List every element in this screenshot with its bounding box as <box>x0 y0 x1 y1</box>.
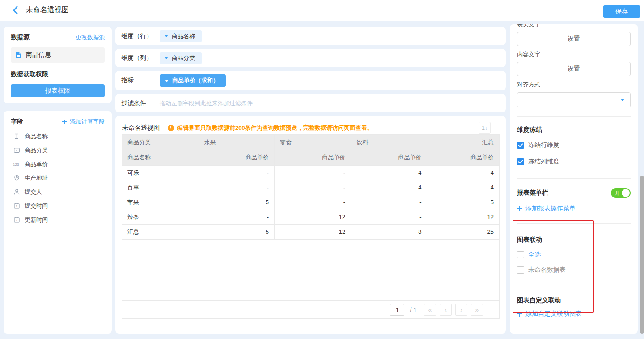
freeze-section-title: 维度冻结 <box>517 126 631 134</box>
table-header-row: 商品分类 水果 零食 饮料 汇总 <box>122 135 499 150</box>
checkbox-unchecked-icon[interactable] <box>517 251 524 258</box>
fields-list: 商品名称 商品分类 123 商品单价 生产地址 提交人 7 提交时间 7 更新时… <box>11 129 105 227</box>
align-select[interactable] <box>517 92 631 107</box>
checkbox-label[interactable]: 全选 <box>528 251 541 259</box>
row-dimension-chip[interactable]: 商品名称 <box>160 30 202 42</box>
filter-dropzone-placeholder: 拖动左侧字段到此处来添加过滤条件 <box>160 99 253 107</box>
preview-panel: 未命名透视图 编辑界面只取数据源前200条作为查询数据预览，完整数据请访问页面查… <box>115 116 506 334</box>
header-text-label: 表头文字 <box>517 24 631 29</box>
metric-chip[interactable]: 商品单价（求和） <box>160 74 226 87</box>
location-icon <box>13 175 20 182</box>
save-button[interactable]: 保存 <box>603 5 640 18</box>
checkbox-label: 冻结行维度 <box>528 141 559 149</box>
field-item[interactable]: 123 商品单价 <box>11 157 105 171</box>
col-dimension-chip[interactable]: 商品分类 <box>160 52 202 64</box>
field-item[interactable]: 7 更新时间 <box>11 213 105 227</box>
field-item[interactable]: 商品名称 <box>11 129 105 143</box>
table-row: 可乐 - - 4 4 <box>122 165 499 180</box>
table-cell: 4 <box>427 180 499 195</box>
checkbox-unchecked-icon[interactable] <box>517 266 524 274</box>
table-cell: 12 <box>275 210 351 224</box>
prev-page-icon[interactable]: ‹ <box>440 304 452 316</box>
page-total: / 1 <box>410 306 417 313</box>
column-header: 商品名称 <box>122 150 199 165</box>
table-cell: 4 <box>351 165 427 180</box>
preview-notice: 编辑界面只取数据源前200条作为查询数据预览，完整数据请访问页面查看。 <box>168 124 373 132</box>
first-page-icon[interactable]: « <box>424 304 436 316</box>
field-item[interactable]: 商品分类 <box>11 143 105 157</box>
text-icon <box>13 133 20 140</box>
col-dimension-card: 维度（列） 商品分类 <box>115 49 506 67</box>
settings-panel: 表头文字 设置 内容文字 设置 对齐方式 维度冻结 冻结行维度 冻结列维度 报表… <box>510 24 638 334</box>
report-menu-toggle[interactable]: 开 <box>611 188 631 198</box>
select-all-checkbox-row[interactable]: 全选 <box>517 251 631 259</box>
table-cell: 5 <box>427 195 499 210</box>
row-order-icon[interactable]: 1↓ <box>479 122 491 134</box>
unnamed-table-checkbox-row[interactable]: 未命名数据表 <box>517 266 631 274</box>
table-cell: - <box>275 180 351 195</box>
column-header: 饮料 <box>351 135 427 150</box>
page-title[interactable]: 未命名透视图 <box>26 5 71 17</box>
add-report-menu-link[interactable]: 添加报表操作菜单 <box>517 205 576 213</box>
checkbox-checked-icon[interactable] <box>517 142 524 149</box>
divider <box>517 223 631 224</box>
filter-card[interactable]: 过滤条件 拖动左侧字段到此处来添加过滤条件 <box>115 94 506 112</box>
datasource-item[interactable]: 商品信息 <box>11 47 105 63</box>
datasource-panel: 数据源 更改数据源 商品信息 数据获取权限 报表权限 <box>4 27 112 103</box>
custom-linkage-section-title: 图表自定义联动 <box>517 296 631 305</box>
next-page-icon[interactable]: › <box>455 304 467 316</box>
content-text-settings-button[interactable]: 设置 <box>517 62 631 76</box>
document-icon <box>15 51 22 59</box>
add-custom-linkage-link[interactable]: 添加自定义联动图表 <box>517 310 582 318</box>
table-cell: - <box>351 195 427 210</box>
column-header: 汇总 <box>427 135 499 150</box>
fields-section-title: 字段 <box>11 118 23 126</box>
chevron-down-icon <box>165 57 168 59</box>
page-number-input[interactable] <box>390 304 404 316</box>
table-cell: - <box>351 210 427 224</box>
metric-label: 指标 <box>121 77 160 85</box>
table-cell: 5 <box>199 224 274 239</box>
warning-icon <box>168 125 174 131</box>
back-icon[interactable] <box>12 6 18 15</box>
table-cell: 5 <box>199 195 274 210</box>
fields-panel: 字段 添加计算字段 商品名称 商品分类 123 商品单价 生产地址 提交人 7 <box>4 111 112 334</box>
table-cell: - <box>199 210 274 224</box>
field-item[interactable]: 7 提交时间 <box>11 199 105 213</box>
freeze-row-checkbox-row[interactable]: 冻结行维度 <box>517 141 631 149</box>
chart-linkage-section-title: 图表联动 <box>517 236 631 244</box>
datasource-section-title: 数据源 <box>11 34 30 42</box>
table-row: 百事 - - 4 4 <box>122 180 499 195</box>
field-item[interactable]: 生产地址 <box>11 171 105 185</box>
freeze-col-checkbox-row[interactable]: 冻结列维度 <box>517 158 631 166</box>
table-cell: 汇总 <box>122 224 199 239</box>
number-icon: 123 <box>13 161 20 168</box>
person-icon <box>13 189 20 196</box>
vertical-scrollbar[interactable] <box>640 176 644 334</box>
column-header: 商品单价 <box>427 150 499 165</box>
add-calculated-field-link[interactable]: 添加计算字段 <box>62 118 105 126</box>
top-bar: 未命名透视图 保存 <box>0 0 644 21</box>
column-header: 水果 <box>199 135 274 150</box>
table-cell: 8 <box>351 224 427 239</box>
table-row: 苹果 5 - - 5 <box>122 195 499 210</box>
column-header: 商品单价 <box>275 150 351 165</box>
change-datasource-link[interactable]: 更改数据源 <box>76 34 105 42</box>
select-icon <box>13 147 20 154</box>
chevron-down-icon <box>614 93 630 107</box>
field-item[interactable]: 提交人 <box>11 185 105 199</box>
checkbox-checked-icon[interactable] <box>517 158 524 165</box>
table-cell: - <box>275 195 351 210</box>
table-cell: 12 <box>275 224 351 239</box>
table-cell: 4 <box>427 165 499 180</box>
report-permission-button[interactable]: 报表权限 <box>11 84 105 97</box>
svg-text:7: 7 <box>16 219 17 222</box>
divider <box>517 116 631 117</box>
table-cell: 25 <box>427 224 499 239</box>
table-summary-row: 汇总 5 12 8 25 <box>122 224 499 239</box>
calendar-icon: 7 <box>13 216 20 223</box>
col-dimension-label: 维度（列） <box>121 54 160 62</box>
last-page-icon[interactable]: » <box>471 304 483 316</box>
column-header: 商品分类 <box>122 135 199 150</box>
header-text-settings-button[interactable]: 设置 <box>517 32 631 46</box>
